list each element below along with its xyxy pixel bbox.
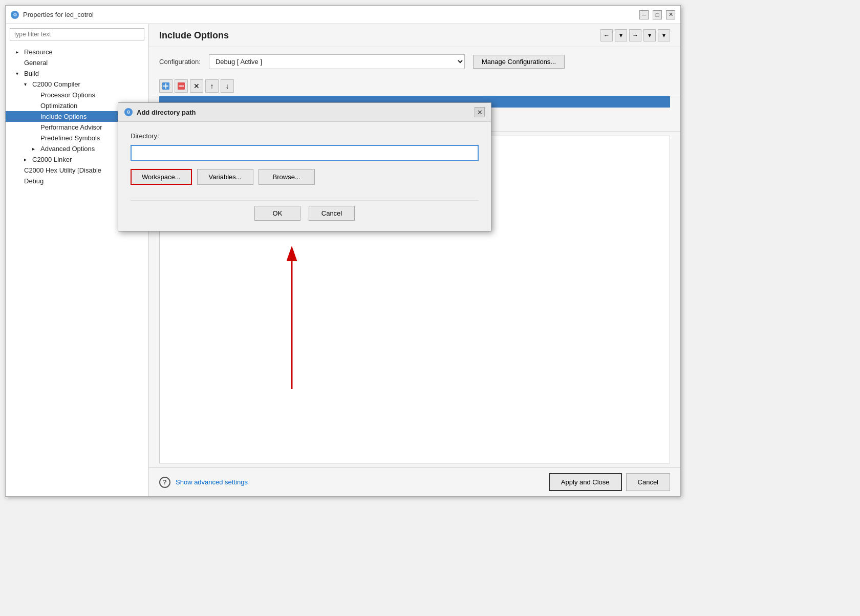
title-controls: ─ □ ✕ [639, 10, 675, 19]
sidebar-item-label: Build [24, 70, 39, 77]
dialog-close-button[interactable]: ✕ [475, 107, 485, 117]
sidebar-item-label: Advanced Options [40, 145, 95, 153]
dialog-body: Directory: Workspace... Variables... Bro… [118, 122, 491, 231]
sidebar-item-processor-options[interactable]: Processor Options [6, 90, 148, 100]
expand-icon: ▸ [24, 157, 30, 162]
window-body: ▸ Resource General ▾ Build ▾ C2000 Compi… [6, 24, 680, 496]
bottom-right: Apply and Close Cancel [549, 473, 670, 491]
page-title: Include Options [159, 30, 229, 41]
dialog-footer: OK Cancel [131, 200, 479, 221]
sidebar-item-build[interactable]: ▾ Build [6, 68, 148, 79]
directory-label: Directory: [131, 132, 479, 140]
config-label: Configuration: [159, 58, 201, 66]
config-row: Configuration: Debug [ Active ] Manage C… [149, 47, 680, 76]
sidebar-item-label: Resource [24, 48, 53, 56]
help-icon[interactable]: ? [159, 477, 170, 488]
back-dropdown-button[interactable]: ▾ [615, 29, 627, 41]
sidebar-item-general[interactable]: General [6, 57, 148, 68]
bottom-bar: ? Show advanced settings Apply and Close… [149, 468, 680, 496]
toolbar-section-1: ✕ ↑ ↓ [149, 76, 680, 96]
ok-button[interactable]: OK [254, 206, 300, 221]
browse-button[interactable]: Browse... [259, 169, 315, 185]
down-toolbar-button[interactable]: ↓ [221, 79, 234, 93]
delete-toolbar-button[interactable] [175, 79, 188, 93]
dialog-title-left: ⚙ Add directory path [124, 108, 196, 116]
content-header: Include Options ← ▾ → ▾ ▾ [149, 24, 680, 47]
forward-button[interactable]: → [629, 29, 641, 41]
dialog-button-row: Workspace... Variables... Browse... [131, 169, 479, 185]
sidebar-item-label: Predefined Symbols [40, 134, 100, 142]
back-button[interactable]: ← [600, 29, 613, 41]
up-toolbar-button[interactable]: ↑ [205, 79, 219, 93]
expand-icon: ▸ [32, 146, 38, 152]
sidebar-item-label: Debug [24, 177, 44, 185]
workspace-button[interactable]: Workspace... [131, 169, 192, 185]
sidebar-item-label: Include Options [40, 113, 87, 120]
bottom-left: ? Show advanced settings [159, 477, 248, 488]
dialog-cancel-button[interactable]: Cancel [309, 206, 355, 221]
delete-icon [177, 82, 185, 90]
sidebar-item-label: Performance Advisor [40, 123, 102, 131]
window-icon: ⚙ [11, 11, 19, 19]
expand-icon: ▸ [16, 49, 22, 55]
window-title: Properties for led_cotrol [23, 11, 94, 18]
add-icon [162, 82, 170, 90]
dialog-title: Add directory path [137, 109, 196, 116]
main-content: Include Options ← ▾ → ▾ ▾ Configuration:… [149, 24, 680, 496]
nav-buttons: ← ▾ → ▾ ▾ [600, 29, 670, 41]
close-window-button[interactable]: ✕ [666, 10, 675, 19]
sidebar-item-label: Processor Options [40, 91, 95, 99]
sidebar-item-label: C2000 Linker [32, 156, 72, 163]
sidebar: ▸ Resource General ▾ Build ▾ C2000 Compi… [6, 24, 149, 496]
dialog-icon: ⚙ [124, 108, 133, 116]
sidebar-item-label: C2000 Compiler [32, 80, 80, 88]
sidebar-item-resource[interactable]: ▸ Resource [6, 47, 148, 57]
dialog-title-bar: ⚙ Add directory path ✕ [118, 103, 491, 122]
add-directory-dialog: ⚙ Add directory path ✕ Directory: Worksp… [118, 102, 491, 231]
show-advanced-settings-link[interactable]: Show advanced settings [176, 478, 248, 486]
filter-input[interactable] [10, 28, 144, 40]
expand-icon: ▾ [24, 81, 30, 87]
variables-button[interactable]: Variables... [197, 169, 253, 185]
directory-input[interactable] [131, 145, 479, 161]
maximize-button[interactable]: □ [653, 10, 662, 19]
title-bar-left: ⚙ Properties for led_cotrol [11, 11, 94, 19]
sidebar-item-label: General [24, 59, 48, 67]
sidebar-item-label: C2000 Hex Utility [Disable [24, 166, 101, 174]
manage-configurations-button[interactable]: Manage Configurations... [473, 55, 565, 69]
sidebar-item-label: Optimization [40, 102, 77, 110]
main-window: ⚙ Properties for led_cotrol ─ □ ✕ ▸ Reso… [5, 5, 681, 497]
remove-toolbar-button[interactable]: ✕ [190, 79, 203, 93]
apply-and-close-button[interactable]: Apply and Close [549, 473, 622, 491]
config-select[interactable]: Debug [ Active ] [209, 54, 465, 69]
sidebar-item-c2000-compiler[interactable]: ▾ C2000 Compiler [6, 79, 148, 90]
forward-dropdown-button[interactable]: ▾ [643, 29, 656, 41]
title-bar: ⚙ Properties for led_cotrol ─ □ ✕ [6, 6, 680, 24]
menu-dropdown-button[interactable]: ▾ [658, 29, 670, 41]
cancel-button[interactable]: Cancel [626, 473, 670, 491]
minimize-button[interactable]: ─ [639, 10, 649, 19]
add-toolbar-button[interactable] [159, 79, 173, 93]
expand-icon: ▾ [16, 71, 22, 76]
